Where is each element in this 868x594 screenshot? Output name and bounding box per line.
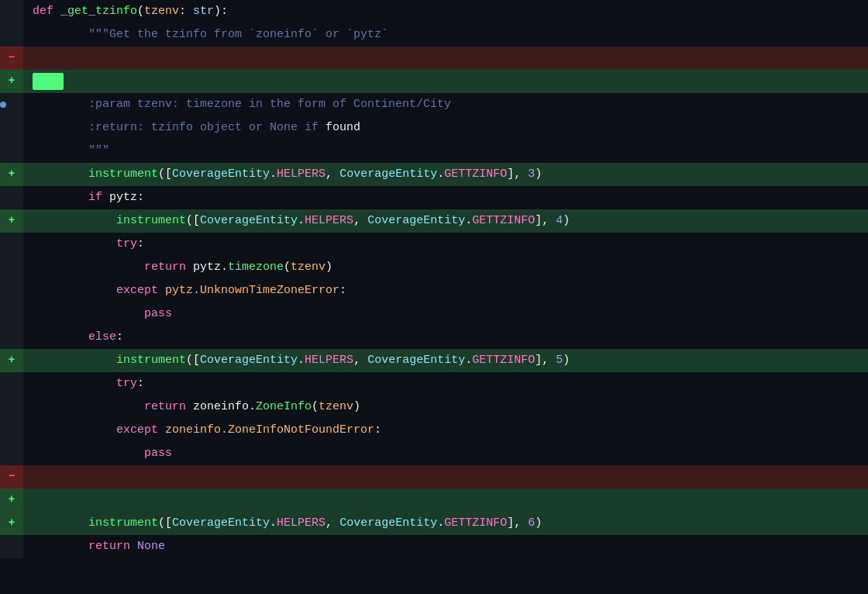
code-line-6: """	[0, 140, 868, 163]
line-gutter: −	[0, 47, 23, 70]
token-plain: .	[437, 165, 444, 183]
token-kw-def: def	[33, 2, 60, 20]
code-line-2: −	[0, 47, 868, 70]
code-line-18: except zoneinfo.ZoneInfoNotFoundError:	[0, 419, 868, 442]
token-plain: (	[137, 2, 144, 20]
line-content: return pytz.timezone(tzenv)	[23, 256, 868, 279]
token-kw-keyword: pass	[144, 444, 172, 462]
line-content	[23, 47, 868, 70]
token-plain: ):	[214, 2, 228, 20]
line-content: return None	[23, 535, 868, 558]
line-content: if pytz:	[23, 186, 868, 209]
token-plain	[33, 258, 144, 276]
line-gutter	[0, 256, 23, 279]
line-content	[23, 489, 868, 512]
line-gutter	[0, 186, 23, 209]
line-content: try:	[23, 233, 868, 256]
token-plain: ([	[186, 351, 200, 369]
token-plain: )	[535, 514, 542, 532]
token-param: tzenv	[319, 398, 353, 416]
code-line-23: return None	[0, 535, 868, 558]
token-method: ZoneInfo	[256, 398, 312, 416]
token-fn-name: instrument	[116, 212, 186, 230]
token-plain: :	[137, 235, 144, 253]
token-attr: GETTZINFO	[472, 212, 535, 230]
line-gutter	[0, 535, 23, 558]
added-indicator	[33, 73, 64, 90]
token-plain: )	[535, 165, 542, 183]
line-gutter	[0, 23, 23, 47]
line-content: instrument([CoverageEntity.HELPERS, Cove…	[23, 209, 868, 233]
token-plain: ,	[326, 165, 339, 183]
token-kw-keyword: else	[88, 328, 116, 346]
token-plain: ,	[353, 212, 367, 230]
line-gutter: +	[0, 70, 23, 93]
token-plain: zoneinfo.	[193, 398, 256, 416]
token-number: 3	[528, 165, 535, 183]
token-plain: ([	[186, 212, 200, 230]
token-kw-keyword: try	[116, 375, 137, 392]
line-content: def _get_tzinfo(tzenv: str):	[23, 0, 868, 23]
token-plain: ,	[353, 351, 367, 369]
code-line-3: +	[0, 70, 868, 93]
token-fn-name: instrument	[88, 165, 158, 183]
token-plain: .	[270, 165, 277, 183]
line-content: else:	[23, 326, 868, 349]
token-classname: CoverageEntity	[172, 514, 270, 532]
token-error-class: zoneinfo.ZoneInfoNotFoundError	[165, 421, 374, 439]
token-plain: :	[137, 375, 144, 392]
token-docstring: """	[33, 142, 109, 160]
code-line-16: try:	[0, 372, 868, 395]
token-param: tzenv	[144, 2, 179, 20]
line-content: except pytz.UnknownTimeZoneError:	[23, 279, 868, 302]
token-number: 6	[528, 514, 535, 532]
code-line-15: + instrument([CoverageEntity.HELPERS, Co…	[0, 349, 868, 372]
token-attr: HELPERS	[305, 351, 353, 369]
token-plain: ],	[535, 351, 556, 369]
token-plain	[33, 514, 88, 532]
token-plain	[33, 421, 116, 439]
token-plain	[33, 328, 88, 346]
token-plain: .	[270, 514, 277, 532]
line-gutter: +	[0, 489, 23, 512]
code-line-5: :return: tzinfo object or None if found	[0, 116, 868, 140]
line-gutter	[0, 233, 23, 256]
token-plain: found	[326, 119, 360, 136]
token-plain: .	[298, 212, 305, 230]
token-classname: CoverageEntity	[172, 165, 270, 183]
token-docstring: :param tzenv: timezone in the form of Co…	[33, 95, 451, 113]
line-content: pass	[23, 442, 868, 465]
token-attr: HELPERS	[305, 212, 353, 230]
token-plain: ([	[158, 165, 172, 183]
token-plain	[33, 165, 88, 183]
line-content: instrument([CoverageEntity.HELPERS, Cove…	[23, 349, 868, 372]
code-line-22: + instrument([CoverageEntity.HELPERS, Co…	[0, 512, 868, 535]
code-line-8: if pytz:	[0, 186, 868, 209]
token-plain	[33, 537, 88, 555]
token-ret-kw: return	[88, 537, 137, 555]
token-plain: pytz:	[109, 188, 144, 206]
token-plain: )	[353, 398, 360, 416]
line-gutter	[0, 140, 23, 163]
token-number: 4	[556, 212, 563, 230]
token-plain	[33, 188, 88, 206]
code-line-20: −	[0, 465, 868, 489]
code-line-9: + instrument([CoverageEntity.HELPERS, Co…	[0, 209, 868, 233]
blue-dot-indicator	[0, 102, 6, 108]
token-kw-keyword: pass	[144, 305, 172, 323]
token-plain: ,	[326, 514, 339, 532]
token-plain: :	[179, 2, 193, 20]
token-error-class: pytz.UnknownTimeZoneError	[165, 281, 339, 299]
line-content: instrument([CoverageEntity.HELPERS, Cove…	[23, 163, 868, 186]
line-content	[23, 465, 868, 489]
token-attr: HELPERS	[277, 514, 326, 532]
token-plain	[33, 351, 116, 369]
token-attr: GETTZINFO	[472, 351, 535, 369]
line-content: instrument([CoverageEntity.HELPERS, Cove…	[23, 512, 868, 535]
line-gutter: +	[0, 209, 23, 233]
token-plain: ],	[507, 165, 528, 183]
token-plain	[33, 235, 116, 253]
token-docstring: :return: tzinfo object or None if	[33, 119, 326, 136]
token-classname: CoverageEntity	[367, 212, 465, 230]
line-content: pass	[23, 302, 868, 326]
